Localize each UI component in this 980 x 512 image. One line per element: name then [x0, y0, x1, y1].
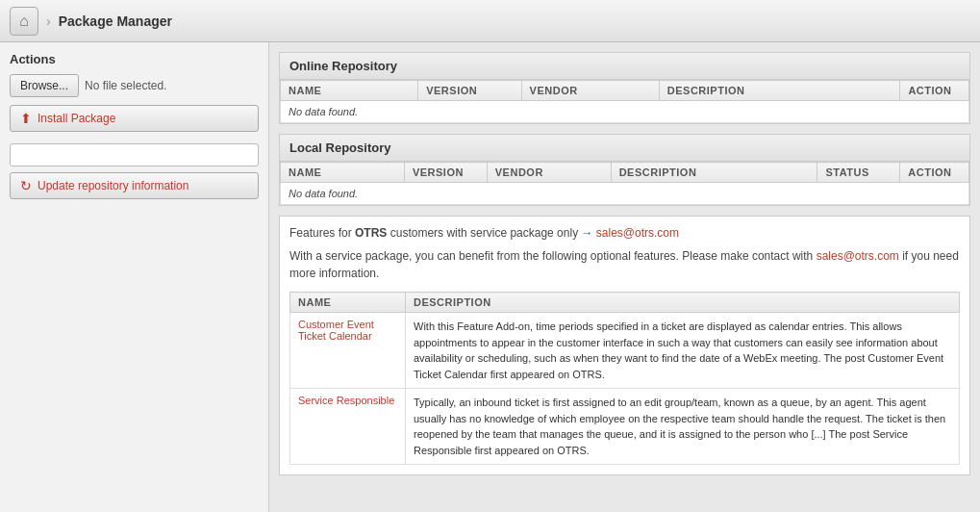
feature-description-cell: Typically, an inbound ticket is first as…	[406, 389, 960, 465]
online-col-version: VERSION	[418, 81, 521, 101]
features-header-middle: customers with service package only →	[387, 226, 595, 240]
feature-name-link[interactable]: Customer Event Ticket Calendar	[298, 319, 374, 342]
features-section: Features for OTRS customers with service…	[279, 216, 970, 475]
local-col-status: STATUS	[817, 163, 900, 183]
online-col-action: ACTION	[900, 81, 969, 101]
online-col-description: DESCRIPTION	[659, 81, 900, 101]
install-package-label: Install Package	[38, 112, 115, 125]
online-no-data-row: No data found.	[281, 101, 969, 123]
otrs-label: OTRS	[355, 226, 387, 240]
local-repo-header: Local Repository	[280, 135, 969, 162]
content-area: Online Repository NAME VERSION VENDOR DE…	[269, 42, 980, 512]
main-layout: Actions Browse... No file selected. ⬆ In…	[0, 42, 980, 512]
refresh-icon: ↻	[20, 178, 32, 193]
file-input-row: Browse... No file selected.	[10, 74, 259, 97]
page-title: Package Manager	[59, 13, 172, 29]
browse-button[interactable]: Browse...	[10, 74, 79, 97]
features-desc-before: With a service package, you can benefit …	[289, 249, 817, 263]
online-no-data-cell: No data found.	[281, 101, 969, 123]
feature-name-cell: Customer Event Ticket Calendar	[290, 313, 406, 389]
feat-col-description: DESCRIPTION	[406, 293, 960, 313]
local-no-data-cell: No data found.	[281, 183, 969, 205]
features-header-prefix: Features for	[289, 226, 355, 240]
feat-col-name: NAME	[290, 293, 406, 313]
update-repo-button[interactable]: ↻ Update repository information	[10, 172, 259, 199]
features-table: NAME DESCRIPTION Customer Event Ticket C…	[289, 292, 960, 465]
actions-title: Actions	[10, 52, 259, 66]
upload-icon: ⬆	[20, 111, 32, 126]
feature-name-cell: Service Responsible	[290, 389, 406, 465]
feature-name-link[interactable]: Service Responsible	[298, 395, 394, 406]
online-col-name: NAME	[281, 81, 418, 101]
no-file-label: No file selected.	[85, 79, 166, 92]
online-col-vendor: VENDOR	[521, 81, 659, 101]
features-description: With a service package, you can benefit …	[289, 247, 960, 282]
feature-row: Customer Event Ticket CalendarWith this …	[290, 313, 960, 389]
online-repo-table: NAME VERSION VENDOR DESCRIPTION ACTION N…	[280, 80, 969, 123]
features-header-email[interactable]: sales@otrs.com	[596, 226, 679, 240]
local-col-action: ACTION	[900, 163, 969, 183]
local-col-description: DESCRIPTION	[611, 163, 817, 183]
feature-row: Service ResponsibleTypically, an inbound…	[290, 389, 960, 465]
sidebar: Actions Browse... No file selected. ⬆ In…	[0, 42, 269, 512]
update-repo-label: Update repository information	[38, 179, 188, 192]
home-icon: ⌂	[19, 13, 29, 30]
home-button[interactable]: ⌂	[10, 7, 38, 36]
local-col-name: NAME	[281, 163, 405, 183]
features-header: Features for OTRS customers with service…	[289, 226, 960, 240]
breadcrumb-arrow: ›	[46, 13, 51, 29]
features-desc-email[interactable]: sales@otrs.com	[817, 249, 899, 263]
local-no-data-row: No data found.	[281, 183, 969, 205]
feature-description-cell: With this Feature Add-on, time periods s…	[406, 313, 960, 389]
repo-url-input[interactable]	[10, 143, 259, 166]
local-col-vendor: VENDOR	[487, 163, 611, 183]
online-repo-section: Online Repository NAME VERSION VENDOR DE…	[279, 52, 970, 124]
local-repo-table: NAME VERSION VENDOR DESCRIPTION STATUS A…	[280, 162, 969, 205]
local-repo-section: Local Repository NAME VERSION VENDOR DES…	[279, 134, 970, 206]
install-package-button[interactable]: ⬆ Install Package	[10, 105, 259, 132]
online-repo-header: Online Repository	[280, 53, 969, 80]
top-bar: ⌂ › Package Manager	[0, 0, 980, 42]
local-col-version: VERSION	[404, 163, 487, 183]
